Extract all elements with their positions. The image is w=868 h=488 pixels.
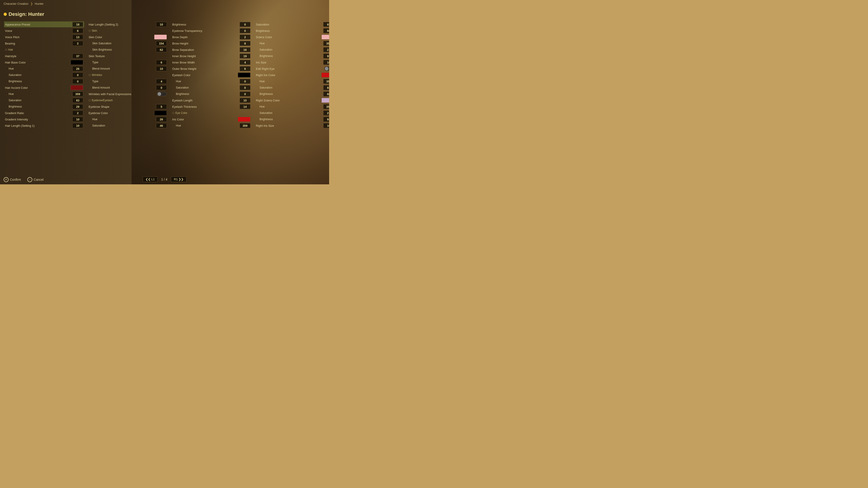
color-swatch[interactable] (70, 85, 83, 90)
setting-row: Hair Length (Setting 1)10 (4, 123, 84, 129)
color-swatch[interactable] (154, 110, 167, 116)
value-box[interactable]: 2 (72, 41, 83, 46)
prev-page-button[interactable]: ❮❮ L1 (143, 176, 158, 182)
value-box[interactable]: 21 (323, 110, 329, 116)
value-box[interactable]: 5 (156, 104, 167, 109)
setting-row: Hair Accent Color (4, 85, 84, 91)
setting-row: Inner Brow Height19 (171, 53, 251, 59)
value-box[interactable]: 46 (156, 123, 167, 128)
toggle-switch[interactable] (157, 92, 167, 96)
setting-row: Brightness0 (171, 22, 251, 27)
value-box[interactable]: 4 (156, 79, 167, 84)
color-swatch[interactable] (70, 60, 83, 65)
color-swatch[interactable] (321, 72, 329, 77)
setting-row: Skin Saturation154 (88, 40, 168, 46)
value-box[interactable]: 359 (72, 92, 83, 96)
value-box[interactable]: 359 (323, 41, 329, 46)
value-box[interactable]: 0 (240, 22, 250, 27)
value-box[interactable]: 10 (323, 123, 329, 128)
toggle-switch[interactable] (324, 66, 329, 71)
setting-row: Hue359 (4, 91, 84, 97)
value-box[interactable]: 10 (72, 123, 83, 128)
setting-row: Eyelash Length10 (171, 97, 251, 103)
breadcrumb-separator: ❯ (30, 2, 33, 5)
value-box[interactable]: 0 (240, 85, 250, 90)
value-box[interactable]: 16 (240, 47, 250, 52)
value-box[interactable]: 62 (156, 47, 167, 52)
setting-row: Saturation0 (4, 72, 84, 78)
value-box[interactable]: 29 (72, 104, 83, 109)
section-icon: ⬡ (89, 99, 91, 102)
color-swatch[interactable] (321, 35, 329, 39)
value-box[interactable]: 154 (156, 41, 167, 46)
value-box[interactable]: 6 (72, 28, 83, 33)
color-swatch[interactable] (321, 98, 329, 103)
value-box[interactable]: 6 (156, 60, 167, 65)
setting-row: Hue0 (171, 78, 251, 84)
value-box[interactable]: 10 (323, 60, 329, 65)
toggle-row-wrinkles-with-facial-expressions: Wrinkles with Facial Expressions (88, 91, 168, 97)
color-swatch[interactable] (154, 35, 167, 39)
value-box[interactable]: 26 (72, 66, 83, 71)
setting-row: Brightness68 (255, 91, 329, 97)
value-box[interactable]: 13 (72, 35, 83, 39)
value-box[interactable]: 83 (72, 98, 83, 103)
confirm-button[interactable]: ✕ Confirm (4, 177, 21, 182)
setting-row: Type6 (88, 59, 168, 65)
section-header: ⬡ Wrinkles (88, 72, 168, 78)
column-3: Brightness0Eyebrow Transparency0Brow Dep… (169, 22, 253, 172)
value-box[interactable]: 8 (240, 41, 250, 46)
value-box[interactable]: 2 (240, 35, 250, 39)
setting-row: Type4 (88, 78, 168, 84)
value-box[interactable]: 0 (240, 28, 250, 33)
setting-row: Voice6 (4, 28, 84, 34)
value-box[interactable]: 0 (240, 92, 250, 96)
value-box[interactable]: 21 (323, 47, 329, 52)
value-box[interactable]: 0 (240, 79, 250, 84)
value-box[interactable]: 4 (240, 60, 250, 65)
setting-row: Outer Brow Height6 (171, 66, 251, 72)
value-box[interactable]: 359 (323, 104, 329, 109)
section-header: ⬡ Eyebrow/Eyelash (88, 97, 168, 103)
cancel-icon: ○ (27, 177, 32, 182)
value-box[interactable]: 10 (156, 66, 167, 71)
value-box[interactable]: 93 (323, 117, 329, 122)
page-indicator: 1 / 4 (161, 177, 167, 181)
color-swatch[interactable] (238, 117, 250, 122)
setting-row: Blend Amount10 (88, 66, 168, 72)
value-box[interactable]: 6 (240, 66, 250, 71)
value-box[interactable]: 2 (72, 110, 83, 116)
next-page-button[interactable]: R1 ❯❯ (171, 176, 186, 182)
setting-row: Skin Color (88, 34, 168, 40)
setting-row[interactable]: Appearance Preset18 (4, 22, 84, 27)
title-text: Design: Hunter (8, 11, 44, 17)
section-header: ⬡ Hair (4, 47, 84, 53)
value-box[interactable]: 68 (323, 28, 329, 33)
setting-row: Saturation83 (4, 97, 84, 103)
setting-row: Inner Brow Width4 (171, 59, 251, 65)
section-header: ⬡ Skin (88, 28, 168, 34)
section-icon: ⬡ (89, 29, 91, 32)
value-box[interactable]: 14 (240, 104, 250, 109)
cancel-button[interactable]: ○ Cancel (27, 177, 43, 182)
value-box[interactable]: 83 (323, 85, 329, 90)
value-box[interactable]: 359 (240, 123, 250, 128)
value-box[interactable]: 83 (323, 22, 329, 27)
color-swatch[interactable] (238, 72, 250, 77)
breadcrumb-part2: Hunter (35, 2, 43, 5)
value-box[interactable]: 18 (72, 22, 83, 27)
value-box[interactable]: 93 (323, 54, 329, 59)
value-box[interactable]: 26 (156, 117, 167, 122)
value-box[interactable]: 68 (323, 92, 329, 96)
setting-row: Saturation21 (255, 47, 329, 53)
setting-row: Bearing2 (4, 40, 84, 46)
value-box[interactable]: 10 (156, 22, 167, 27)
value-box[interactable]: 0 (156, 85, 167, 90)
value-box[interactable]: 19 (240, 54, 250, 59)
value-box[interactable]: 37 (72, 54, 83, 59)
value-box[interactable]: 0 (72, 72, 83, 77)
value-box[interactable]: 0 (72, 79, 83, 84)
value-box[interactable]: 10 (72, 117, 83, 122)
value-box[interactable]: 359 (323, 79, 329, 84)
value-box[interactable]: 10 (240, 98, 250, 103)
